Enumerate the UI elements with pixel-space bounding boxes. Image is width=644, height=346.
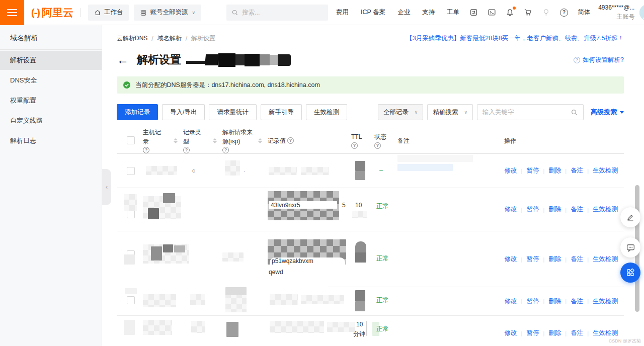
delete-link[interactable]: 删除 — [548, 166, 561, 175]
modify-link[interactable]: 修改 — [505, 329, 517, 337]
remark-link[interactable]: 备注 — [571, 297, 583, 306]
sort-host-button[interactable] — [173, 137, 179, 144]
cart-icon — [524, 8, 532, 17]
effect-check-button[interactable]: 生效检测 — [306, 104, 347, 120]
tips-button[interactable] — [542, 8, 550, 17]
check-link[interactable]: 生效检测 — [593, 255, 618, 264]
chevron-down-icon: ∨ — [192, 10, 195, 15]
remark-link[interactable]: 备注 — [571, 205, 583, 214]
how-to-set-dns-link[interactable]: ? 如何设置解析? — [574, 56, 624, 64]
avatar[interactable] — [639, 5, 644, 21]
help-icon[interactable]: ? — [374, 142, 381, 149]
notifications-button[interactable] — [506, 8, 514, 17]
nav-billing[interactable]: 费用 — [336, 8, 349, 17]
aliyun-logo[interactable]: (-) 阿里云 — [31, 6, 73, 20]
beginner-guide-button[interactable]: 新手引导 — [261, 104, 302, 120]
add-record-button[interactable]: 添加记录 — [117, 104, 158, 120]
language-toggle[interactable]: 简体 — [578, 8, 590, 17]
request-stats-button[interactable]: 请求量统计 — [209, 104, 257, 120]
workbench-label: 工作台 — [104, 8, 123, 17]
sort-type-button[interactable] — [212, 137, 218, 144]
redacted-block — [124, 194, 137, 211]
pause-link[interactable]: 暂停 — [526, 205, 539, 214]
feedback-pencil-button[interactable] — [620, 207, 640, 227]
sidebar-collapse-button[interactable]: ‹ — [102, 169, 111, 205]
modify-link[interactable]: 修改 — [505, 297, 517, 306]
sidebar-item-custom-line[interactable]: 自定义线路 — [0, 111, 102, 130]
pause-link[interactable]: 暂停 — [526, 297, 539, 306]
nav-enterprise[interactable]: 企业 — [397, 8, 410, 17]
keyword-input[interactable] — [482, 109, 568, 116]
main-content: 云解析DNS / 域名解析 / 解析设置 【3月采购季优惠】新客最低28块8买一… — [103, 25, 644, 346]
help-button[interactable]: ? — [560, 9, 568, 17]
search-icon — [231, 9, 238, 16]
api-button[interactable] — [469, 8, 478, 17]
delete-link[interactable]: 删除 — [548, 255, 561, 264]
remark-link[interactable]: 备注 — [571, 166, 583, 175]
redacted-block — [124, 254, 135, 265]
sidebar-item-record-settings[interactable]: 解析设置 — [0, 51, 102, 70]
modify-link[interactable]: 修改 — [505, 166, 517, 175]
quick-apps-button[interactable] — [620, 263, 640, 283]
delete-link[interactable]: 删除 — [548, 205, 561, 214]
redacted-block — [355, 252, 366, 263]
status-badge: 正常 — [376, 202, 389, 211]
remark-link[interactable]: 备注 — [571, 255, 583, 264]
select-all-checkbox[interactable] — [127, 136, 135, 144]
workbench-button[interactable]: 工作台 — [88, 5, 129, 21]
hamburger-menu-button[interactable] — [0, 0, 24, 25]
pause-link[interactable]: 暂停 — [526, 166, 539, 175]
help-icon[interactable]: ? — [183, 147, 190, 153]
account-id: 4936*****@... — [598, 4, 634, 12]
keyword-search[interactable] — [477, 104, 584, 120]
pause-link[interactable]: 暂停 — [526, 329, 539, 337]
help-icon[interactable]: ? — [351, 142, 358, 149]
account-info[interactable]: 4936*****@... 主账号 — [598, 4, 634, 21]
modify-link[interactable]: 修改 — [505, 205, 517, 214]
page-header: ← 解析设置 ? 如何设置解析? — [117, 51, 624, 69]
import-export-button[interactable]: 导入/导出 — [162, 104, 205, 120]
chat-support-button[interactable] — [620, 237, 640, 257]
help-icon[interactable]: ? — [287, 137, 294, 144]
breadcrumb-dns[interactable]: 云解析DNS — [117, 34, 147, 43]
check-link[interactable]: 生效检测 — [593, 297, 618, 306]
terminal-button[interactable] — [488, 8, 496, 17]
record-scope-select[interactable]: 全部记录 ∨ — [378, 104, 424, 120]
promo-link[interactable]: 【3月采购季优惠】新客最低28块8买一年，老客户新购、续费、升级7.5折起！ — [406, 34, 624, 43]
remark-link[interactable]: 备注 — [571, 329, 583, 337]
global-search[interactable] — [226, 5, 328, 21]
search-mode-select[interactable]: 精确搜索 ∨ — [427, 104, 473, 120]
delete-link[interactable]: 删除 — [548, 329, 561, 337]
pause-link[interactable]: 暂停 — [526, 255, 539, 264]
row-checkbox[interactable] — [127, 210, 135, 218]
breadcrumb-domain-resolve[interactable]: 域名解析 — [157, 34, 182, 43]
sidebar-title: 域名解析 — [0, 25, 102, 50]
redacted-block — [366, 321, 367, 336]
advanced-search-link[interactable]: 高级搜索 — [591, 108, 624, 117]
back-button[interactable]: ← — [117, 54, 129, 66]
resources-dropdown[interactable]: 账号全部资源 ∨ — [134, 5, 201, 21]
check-link[interactable]: 生效检测 — [593, 166, 618, 175]
sort-isp-button[interactable] — [257, 137, 263, 144]
cart-button[interactable] — [524, 8, 532, 17]
row-checkbox[interactable] — [127, 167, 135, 175]
redacted-block — [355, 301, 365, 311]
delete-link[interactable]: 删除 — [548, 297, 561, 306]
global-search-input[interactable] — [242, 9, 317, 16]
check-link[interactable]: 生效检测 — [593, 205, 618, 214]
help-icon[interactable]: ? — [222, 147, 229, 153]
row-checkbox[interactable] — [127, 296, 135, 304]
table-row: c . – 修改| 暂停| 删除| 备注| 生效检测 — [117, 154, 624, 188]
sidebar-item-dns-security[interactable]: DNS安全 — [0, 71, 102, 90]
sidebar-item-dns-log[interactable]: 解析日志 — [0, 131, 102, 150]
sidebar-item-weight-config[interactable]: 权重配置 — [0, 91, 102, 110]
nav-ticket[interactable]: 工单 — [447, 8, 459, 17]
nav-support[interactable]: 支持 — [422, 8, 435, 17]
nav-icp[interactable]: ICP 备案 — [361, 8, 385, 17]
account-type: 主账号 — [616, 13, 634, 21]
modify-link[interactable]: 修改 — [505, 255, 517, 264]
check-link[interactable]: 生效检测 — [593, 329, 618, 337]
redacted-block — [301, 295, 344, 304]
help-icon[interactable]: ? — [143, 147, 149, 153]
chevron-down-icon: ∨ — [415, 110, 418, 115]
